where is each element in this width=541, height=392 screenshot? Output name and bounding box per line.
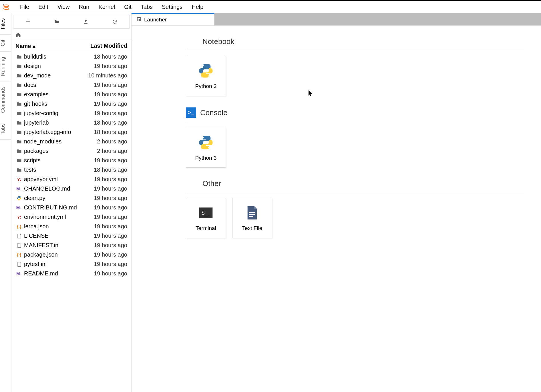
svg-rect-7 — [138, 19, 139, 21]
svg-point-2 — [3, 4, 4, 5]
breadcrumb[interactable] — [11, 30, 131, 40]
file-item[interactable]: {:}lerna.json19 hours ago — [11, 222, 131, 231]
activity-tab-commands[interactable]: Commands — [0, 81, 11, 118]
file-name: environment.yml — [23, 214, 76, 220]
file-modified: 19 hours ago — [76, 242, 127, 249]
file-name: buildutils — [23, 53, 76, 60]
file-modified: 19 hours ago — [76, 251, 127, 258]
file-modified: 19 hours ago — [76, 176, 127, 183]
terminal-icon: $_ — [198, 205, 214, 221]
tab-launcher[interactable]: Launcher — [132, 13, 214, 25]
launcher-card-python-3[interactable]: Python 3 — [186, 56, 226, 96]
section-header: Other — [186, 179, 524, 192]
file-modified: 19 hours ago — [76, 195, 127, 201]
launcher-card-text-file[interactable]: Text File — [232, 198, 272, 238]
file-item[interactable]: LICENSE19 hours ago — [11, 231, 131, 241]
file-item[interactable]: M↓CHANGELOG.md19 hours ago — [11, 184, 131, 193]
section-header: Notebook — [186, 37, 524, 50]
refresh-button[interactable] — [100, 15, 129, 28]
file-name: CONTRIBUTING.md — [23, 204, 77, 211]
file-name: jupyterlab — [23, 119, 76, 126]
file-item[interactable]: jupyterlab18 hours ago — [11, 118, 131, 127]
file-modified: 18 hours ago — [76, 53, 127, 60]
file-item[interactable]: dev_mode10 minutes ago — [11, 71, 131, 80]
file-item[interactable]: MANIFEST.in19 hours ago — [11, 241, 131, 250]
folder-icon — [15, 129, 23, 135]
folder-icon — [15, 158, 23, 163]
folder-icon — [15, 101, 23, 107]
launcher-section-console: >_ConsolePython 3 — [186, 107, 524, 168]
file-item[interactable]: Y:environment.yml19 hours ago — [11, 212, 131, 222]
sort-by-name[interactable]: Name ▴ — [15, 43, 76, 49]
menu-help[interactable]: Help — [187, 2, 208, 12]
file-item[interactable]: examples19 hours ago — [11, 90, 131, 99]
new-folder-button[interactable] — [42, 15, 71, 28]
file-modified: 19 hours ago — [76, 101, 127, 107]
file-item[interactable]: jupyterlab.egg-info18 hours ago — [11, 127, 131, 137]
menu-run[interactable]: Run — [74, 2, 94, 12]
column-name-label: Name — [15, 43, 31, 49]
yaml-icon: Y: — [15, 215, 23, 219]
menu-kernel[interactable]: Kernel — [94, 2, 120, 12]
file-item[interactable]: git-hooks19 hours ago — [11, 99, 131, 109]
file-item[interactable]: design19 hours ago — [11, 61, 131, 71]
file-name: pytest.ini — [23, 261, 76, 267]
file-item[interactable]: M↓README.md19 hours ago — [11, 269, 131, 278]
folder-icon — [15, 111, 23, 116]
file-browser-toolbar — [13, 15, 130, 29]
file-item[interactable]: pytest.ini19 hours ago — [11, 259, 131, 269]
folder-icon — [15, 63, 23, 69]
menu-tabs[interactable]: Tabs — [136, 2, 157, 12]
menu-git[interactable]: Git — [120, 2, 136, 12]
activity-tab-running[interactable]: Running — [0, 52, 11, 81]
file-item[interactable]: jupyter-config19 hours ago — [11, 109, 131, 118]
file-item[interactable]: node_modules2 hours ago — [11, 137, 131, 146]
yaml-icon: Y: — [15, 177, 23, 182]
file-item[interactable]: docs19 hours ago — [11, 80, 131, 90]
launcher-card-terminal[interactable]: $_Terminal — [186, 198, 226, 238]
svg-rect-5 — [138, 18, 139, 19]
file-name: tests — [23, 167, 76, 173]
file-item[interactable]: M↓CONTRIBUTING.md19 hours ago — [11, 203, 131, 212]
activity-tab-tabs[interactable]: Tabs — [0, 118, 11, 140]
menu-file[interactable]: File — [15, 2, 34, 12]
activity-tab-git[interactable]: Git — [0, 35, 11, 52]
upload-button[interactable] — [71, 15, 100, 28]
file-item[interactable]: clean.py19 hours ago — [11, 193, 131, 203]
folder-icon — [15, 54, 23, 60]
folder-icon — [15, 120, 23, 126]
section-header: >_Console — [186, 107, 524, 122]
folder-icon — [15, 92, 23, 97]
home-icon[interactable] — [15, 32, 21, 39]
menu-edit[interactable]: Edit — [34, 2, 53, 12]
file-name: lerna.json — [23, 223, 76, 230]
file-item[interactable]: Y:appveyor.yml19 hours ago — [11, 175, 131, 184]
svg-point-0 — [4, 5, 9, 7]
file-item[interactable]: scripts19 hours ago — [11, 156, 131, 165]
column-modified-label: Last Modified — [90, 43, 127, 49]
launcher-card-python-3[interactable]: Python 3 — [186, 128, 226, 168]
textfile-icon — [244, 205, 260, 221]
file-item[interactable]: buildutils18 hours ago — [11, 52, 131, 61]
menu-view[interactable]: View — [53, 2, 74, 12]
file-name: clean.py — [23, 195, 76, 201]
file-item[interactable]: tests18 hours ago — [11, 165, 131, 175]
svg-rect-14 — [249, 212, 255, 213]
file-name: packages — [23, 148, 76, 154]
folder-icon — [15, 167, 23, 173]
file-modified: 19 hours ago — [76, 185, 127, 192]
new-launcher-button[interactable] — [13, 15, 42, 28]
file-modified: 19 hours ago — [76, 223, 127, 230]
file-item[interactable]: {:}package.json19 hours ago — [11, 250, 131, 259]
sort-by-modified[interactable]: Last Modified — [76, 43, 127, 49]
launcher-tab-icon — [137, 17, 141, 23]
file-list[interactable]: buildutils18 hours agodesign19 hours ago… — [11, 52, 131, 392]
menu-settings[interactable]: Settings — [157, 2, 187, 12]
launcher-section-notebook: NotebookPython 3 — [186, 37, 524, 96]
svg-point-1 — [4, 7, 9, 9]
file-item[interactable]: packages2 hours ago — [11, 146, 131, 156]
activity-bar: FilesGitRunningCommandsTabs — [0, 13, 11, 392]
activity-tab-files[interactable]: Files — [0, 13, 11, 35]
file-name: scripts — [23, 157, 76, 164]
file-modified: 18 hours ago — [76, 129, 127, 135]
